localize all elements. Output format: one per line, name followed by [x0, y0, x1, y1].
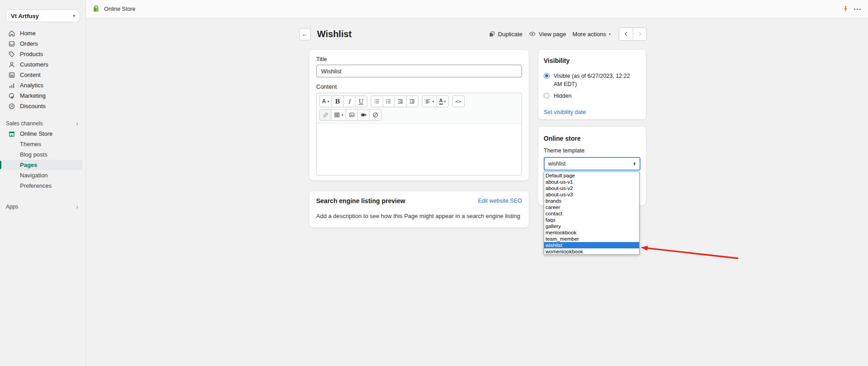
- insert-video-button[interactable]: [357, 109, 370, 121]
- theme-template-dropdown: Default page about-us-v1 about-us-v2 abo…: [544, 171, 640, 255]
- seo-heading: Search engine listing preview: [316, 197, 405, 204]
- radio-unselected-icon: [544, 93, 550, 99]
- sidebar-item-marketing[interactable]: Marketing: [0, 90, 85, 101]
- chevron-down-icon: ▾: [444, 100, 446, 104]
- italic-icon: I: [348, 98, 351, 105]
- page-title: Wishlist: [317, 29, 352, 39]
- previous-record-button[interactable]: [619, 28, 633, 40]
- pin-icon[interactable]: [842, 5, 849, 12]
- bullet-list-button[interactable]: [371, 95, 383, 107]
- store-bag-icon: [92, 5, 100, 13]
- underline-icon: U: [359, 98, 364, 105]
- discounts-icon: [8, 103, 15, 110]
- sidebar: Vt Artfusy ▾ Home Orders Products Custom…: [0, 0, 86, 366]
- title-label: Title: [316, 56, 522, 63]
- main-content: ← Wishlist Duplicate View page More acti…: [86, 19, 868, 366]
- outdent-icon: [397, 98, 403, 105]
- sidebar-item-blog-posts[interactable]: Blog posts: [0, 149, 85, 160]
- store-name: Vt Artfusy: [11, 13, 39, 19]
- sales-channels-section[interactable]: Sales channels ›: [0, 118, 85, 128]
- sidebar-item-customers[interactable]: Customers: [0, 59, 85, 70]
- set-visibility-date-link[interactable]: Set visibility date: [544, 109, 586, 115]
- view-page-button[interactable]: View page: [529, 30, 566, 38]
- indent-icon: [409, 98, 415, 105]
- sidebar-item-analytics[interactable]: Analytics: [0, 80, 85, 90]
- insert-image-button[interactable]: [346, 109, 358, 121]
- template-option[interactable]: career: [544, 204, 639, 210]
- sidebar-item-content[interactable]: Content: [0, 70, 85, 80]
- apps-section[interactable]: Apps ›: [0, 201, 85, 212]
- outdent-button[interactable]: [394, 95, 407, 107]
- orders-icon: [8, 40, 15, 48]
- alignment-button[interactable]: ▾: [422, 95, 437, 107]
- sidebar-item-home[interactable]: Home: [0, 28, 85, 38]
- rich-text-editor: A▾ B I U ▾ A▾ <>: [316, 93, 522, 176]
- image-icon: [349, 112, 355, 118]
- template-option[interactable]: about-us-v1: [544, 179, 639, 185]
- template-option-highlighted[interactable]: wishlist: [544, 242, 639, 248]
- analytics-icon: [8, 82, 15, 89]
- more-actions-button[interactable]: More actions ▾: [573, 31, 611, 38]
- marketing-icon: [8, 92, 15, 100]
- template-option[interactable]: faqs: [544, 217, 639, 223]
- edit-website-seo-link[interactable]: Edit website SEO: [478, 198, 522, 204]
- template-option[interactable]: contact: [544, 210, 639, 217]
- online-store-heading: Online store: [544, 135, 640, 142]
- template-option[interactable]: about-us-v2: [544, 185, 639, 191]
- text-color-icon: A: [439, 98, 443, 105]
- store-selector[interactable]: Vt Artfusy ▾: [6, 10, 80, 22]
- insert-link-button[interactable]: [319, 109, 332, 121]
- editor-toolbar-row-2: ▾: [317, 108, 522, 124]
- theme-template-select[interactable]: wishlist ▲▼: [544, 157, 640, 171]
- text-style-button[interactable]: A▾: [319, 95, 332, 107]
- italic-button[interactable]: I: [343, 95, 356, 107]
- overflow-dots-icon[interactable]: •••: [854, 6, 862, 12]
- visible-radio-option[interactable]: Visible (as of 6/27/2023, 12:22 AM EDT): [544, 72, 640, 88]
- sidebar-item-preferences[interactable]: Preferences: [0, 181, 85, 191]
- bold-button[interactable]: B: [332, 95, 344, 107]
- page-header: ← Wishlist Duplicate View page More acti…: [299, 27, 647, 41]
- page-details-card: Title Content A▾ B I U ▾ A▾: [309, 50, 529, 181]
- template-option[interactable]: Default page: [544, 172, 639, 179]
- table-icon: [334, 112, 340, 118]
- red-annotation-arrow: [638, 243, 743, 265]
- sidebar-item-products[interactable]: Products: [0, 49, 85, 59]
- bold-icon: B: [335, 98, 340, 105]
- title-input[interactable]: [316, 65, 522, 77]
- duplicate-icon: [489, 31, 495, 38]
- chevron-down-icon: ▾: [342, 113, 343, 117]
- sidebar-item-discounts[interactable]: Discounts: [0, 101, 85, 111]
- topbar: Online Store •••: [86, 0, 868, 18]
- duplicate-button[interactable]: Duplicate: [489, 31, 522, 38]
- visibility-heading: Visibility: [544, 57, 640, 64]
- next-record-button[interactable]: [633, 28, 646, 40]
- sidebar-item-pages[interactable]: Pages: [1, 160, 83, 170]
- hidden-radio-option[interactable]: Hidden: [544, 92, 640, 100]
- content-editing-area[interactable]: [317, 124, 522, 176]
- sidebar-item-online-store[interactable]: Online Store: [0, 128, 85, 139]
- text-color-button[interactable]: A▾: [436, 95, 449, 107]
- text-style-icon: A: [322, 98, 326, 105]
- sidebar-item-themes[interactable]: Themes: [0, 139, 85, 149]
- underline-button[interactable]: U: [355, 95, 367, 107]
- template-option[interactable]: brands: [544, 198, 639, 204]
- insert-table-button[interactable]: ▾: [331, 109, 346, 121]
- code-view-button[interactable]: <>: [452, 95, 465, 107]
- template-option[interactable]: team_member: [544, 236, 639, 242]
- template-option[interactable]: about-us-v3: [544, 191, 639, 198]
- back-button[interactable]: ←: [299, 28, 311, 40]
- alignment-icon: [425, 98, 431, 105]
- topbar-channel-label: Online Store: [104, 6, 135, 12]
- template-option[interactable]: womenlookbook: [544, 248, 639, 255]
- numbered-list-button[interactable]: [383, 95, 395, 107]
- bullet-list-icon: [374, 98, 380, 105]
- sidebar-item-navigation[interactable]: Navigation: [0, 170, 85, 181]
- template-option[interactable]: gallery: [544, 223, 639, 229]
- indent-button[interactable]: [406, 95, 418, 107]
- sidebar-item-orders[interactable]: Orders: [0, 38, 85, 49]
- sidebar-nav: Home Orders Products Customers Content A…: [0, 28, 85, 212]
- seo-description: Add a description to see how this Page m…: [316, 213, 522, 219]
- clear-formatting-button[interactable]: [369, 109, 381, 121]
- template-option[interactable]: menlookbook: [544, 229, 639, 236]
- visibility-card: Visibility Visible (as of 6/27/2023, 12:…: [538, 50, 646, 119]
